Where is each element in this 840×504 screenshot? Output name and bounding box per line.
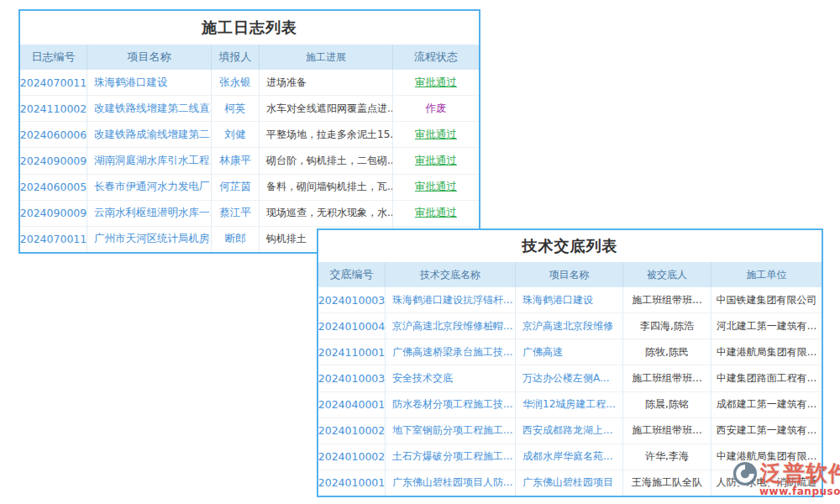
reporter-cell[interactable]: 蔡江平 xyxy=(212,201,260,226)
project-name-cell[interactable]: 华润12城房建工程... xyxy=(516,392,623,417)
project-name-cell[interactable]: 京沪高速北京段维修 xyxy=(516,313,623,339)
project-name-cell[interactable]: 珠海鹤港口建设 xyxy=(87,70,212,95)
column-header: 项目名称 xyxy=(87,45,212,70)
table-body: 2024070011珠海鹤港口建设张永银进场准备审批通过2024110002改建… xyxy=(20,70,479,252)
project-name-cell[interactable]: 万达办公楼左侧A... xyxy=(516,365,623,391)
table-row[interactable]: 2024090009云南水利枢纽潜明水库一...蔡江平现场巡查，无积水现象，水.… xyxy=(20,201,479,227)
table-header-row: 日志编号项目名称填报人施工进展流程状态 xyxy=(20,45,479,70)
project-name-cell[interactable]: 湖南洞庭湖水库引水工程... xyxy=(87,148,212,173)
column-header: 施工进展 xyxy=(260,45,393,70)
reporter-cell[interactable]: 张永银 xyxy=(212,70,260,95)
table-row[interactable]: 2024090009湖南洞庭湖水库引水工程...林康平砌台阶，钩机排土，二包砌.… xyxy=(20,148,479,174)
construction-unit-cell: 西安建工第一建筑有... xyxy=(711,418,822,444)
recipient-cell: 陈晨,陈铭 xyxy=(623,392,711,417)
table-row[interactable]: 2024010003安全技术交底万达办公楼左侧A...施工班组带班...中建集团… xyxy=(318,365,822,391)
progress-cell: 平整场地，拉走多余泥土15... xyxy=(260,122,393,147)
table-row[interactable]: 2024010004京沪高速北京段维修桩帽...京沪高速北京段维修李四海,陈浩河… xyxy=(318,313,822,339)
column-header: 被交底人 xyxy=(623,262,711,287)
log-id-cell[interactable]: 2024090009 xyxy=(20,148,87,173)
reporter-cell[interactable]: 林康平 xyxy=(212,148,260,173)
recipient-cell: 施工班组带班... xyxy=(623,418,711,444)
status-cell[interactable]: 作废 xyxy=(393,96,479,121)
recipient-cell: 李四海,陈浩 xyxy=(623,313,711,339)
disclosure-id-cell[interactable]: 2024010002 xyxy=(318,444,386,470)
tech-disclosure-table: 技术交底列表 交底编号技术交底名称项目名称被交底人施工单位 2024010003… xyxy=(317,228,823,497)
disclosure-name-cell[interactable]: 京沪高速北京段维修桩帽... xyxy=(386,313,516,339)
recipient-cell: 施工班组带班... xyxy=(623,365,711,391)
progress-cell: 现场巡查，无积水现象，水... xyxy=(260,201,393,226)
log-id-cell[interactable]: 2024110002 xyxy=(20,96,87,121)
disclosure-id-cell[interactable]: 2024010001 xyxy=(318,470,386,496)
column-header: 技术交底名称 xyxy=(386,262,516,287)
column-header: 项目名称 xyxy=(516,262,623,287)
disclosure-id-cell[interactable]: 2024010004 xyxy=(318,313,386,339)
status-cell[interactable]: 审批通过 xyxy=(393,148,479,173)
status-cell[interactable]: 审批通过 xyxy=(393,175,479,200)
log-id-cell[interactable]: 2024070011 xyxy=(20,227,87,252)
table-row[interactable]: 2024010003珠海鹤港口建设抗浮锚杆...珠海鹤港口建设施工班组带班...… xyxy=(318,287,822,313)
disclosure-name-cell[interactable]: 土石方爆破分项工程施工... xyxy=(386,444,516,470)
disclosure-id-cell[interactable]: 2024040001 xyxy=(318,392,386,417)
disclosure-id-cell[interactable]: 2024010003 xyxy=(318,287,386,312)
table-row[interactable]: 2024010002土石方爆破分项工程施工...成都水岸华庭名苑...许华,李海… xyxy=(318,444,822,470)
project-name-cell[interactable]: 改建铁路线增建第二线直... xyxy=(87,96,212,121)
recipient-cell: 施工班组带班... xyxy=(623,287,711,312)
table-row[interactable]: 2024010002地下室钢筋分项工程施工...西安成都路龙湖上...施工班组带… xyxy=(318,418,822,444)
disclosure-name-cell[interactable]: 广佛高速桥梁承台施工技... xyxy=(386,339,516,365)
column-header: 施工单位 xyxy=(711,262,822,287)
log-id-cell[interactable]: 2024060005 xyxy=(20,175,87,200)
table-title: 施工日志列表 xyxy=(20,11,479,45)
project-name-cell[interactable]: 广州市天河区统计局机房... xyxy=(87,227,212,252)
recipient-cell: 王海施工队全队 xyxy=(623,470,711,496)
table-title: 技术交底列表 xyxy=(318,230,822,262)
reporter-cell[interactable]: 柯英 xyxy=(212,96,260,121)
table-row[interactable]: 2024110002改建铁路线增建第二线直...柯英水车对全线遮阳网覆盖点进..… xyxy=(20,96,479,122)
reporter-cell[interactable]: 刘健 xyxy=(212,122,260,147)
project-name-cell[interactable]: 云南水利枢纽潜明水库一... xyxy=(87,201,212,226)
disclosure-id-cell[interactable]: 2024010002 xyxy=(318,418,386,444)
recipient-cell: 陈牧,陈民 xyxy=(623,339,711,365)
reporter-cell[interactable]: 何芷茵 xyxy=(212,175,260,200)
status-cell[interactable]: 审批通过 xyxy=(393,122,479,147)
table-body: 2024010003珠海鹤港口建设抗浮锚杆...珠海鹤港口建设施工班组带班...… xyxy=(318,287,822,496)
table-row[interactable]: 2024060006改建铁路成渝线增建第二...刘健平整场地，拉走多余泥土15.… xyxy=(20,122,479,148)
column-header: 填报人 xyxy=(212,45,260,70)
construction-unit-cell: 人防、水电、消防疏通 xyxy=(711,470,822,496)
table-row[interactable]: 2024070011珠海鹤港口建设张永银进场准备审批通过 xyxy=(20,70,479,96)
project-name-cell[interactable]: 西安成都路龙湖上... xyxy=(516,418,623,444)
status-cell[interactable]: 审批通过 xyxy=(393,201,479,226)
table-row[interactable]: 2024110001广佛高速桥梁承台施工技...广佛高速陈牧,陈民中建港航局集团… xyxy=(318,339,822,365)
table-row[interactable]: 2024010001广东佛山碧桂园项目人防...广东佛山碧桂园项目王海施工队全队… xyxy=(318,470,822,496)
construction-unit-cell: 中建集团路面工程有... xyxy=(711,365,822,391)
table-row[interactable]: 2024040001防水卷材分项工程施工技...华润12城房建工程...陈晨,陈… xyxy=(318,392,822,418)
disclosure-name-cell[interactable]: 安全技术交底 xyxy=(386,365,516,391)
status-cell[interactable]: 审批通过 xyxy=(393,70,479,95)
progress-cell: 砌台阶，钩机排土，二包砌... xyxy=(260,148,393,173)
project-name-cell[interactable]: 长春市伊通河水力发电厂... xyxy=(87,175,212,200)
disclosure-name-cell[interactable]: 地下室钢筋分项工程施工... xyxy=(386,418,516,444)
construction-unit-cell: 中建港航局集团有限... xyxy=(711,339,822,365)
column-header: 日志编号 xyxy=(20,45,87,70)
disclosure-name-cell[interactable]: 珠海鹤港口建设抗浮锚杆... xyxy=(386,287,516,312)
recipient-cell: 许华,李海 xyxy=(623,444,711,470)
disclosure-id-cell[interactable]: 2024110001 xyxy=(318,339,386,365)
project-name-cell[interactable]: 改建铁路成渝线增建第二... xyxy=(87,122,212,147)
progress-cell: 进场准备 xyxy=(260,70,393,95)
disclosure-name-cell[interactable]: 广东佛山碧桂园项目人防... xyxy=(386,470,516,496)
table-row[interactable]: 2024060005长春市伊通河水力发电厂...何芷茵备料，砌间墙钩机排土，瓦.… xyxy=(20,175,479,201)
project-name-cell[interactable]: 珠海鹤港口建设 xyxy=(516,287,623,312)
project-name-cell[interactable]: 广佛高速 xyxy=(516,339,623,365)
column-header: 流程状态 xyxy=(393,45,479,70)
log-id-cell[interactable]: 2024060006 xyxy=(20,122,87,147)
project-name-cell[interactable]: 成都水岸华庭名苑... xyxy=(516,444,623,470)
progress-cell: 水车对全线遮阳网覆盖点进... xyxy=(260,96,393,121)
construction-log-table: 施工日志列表 日志编号项目名称填报人施工进展流程状态 2024070011珠海鹤… xyxy=(18,9,480,254)
construction-unit-cell: 成都建工第一建筑有... xyxy=(711,392,822,417)
progress-cell: 备料，砌间墙钩机排土，瓦... xyxy=(260,175,393,200)
disclosure-name-cell[interactable]: 防水卷材分项工程施工技... xyxy=(386,392,516,417)
project-name-cell[interactable]: 广东佛山碧桂园项目 xyxy=(516,470,623,496)
log-id-cell[interactable]: 2024070011 xyxy=(20,70,87,95)
disclosure-id-cell[interactable]: 2024010003 xyxy=(318,365,386,391)
log-id-cell[interactable]: 2024090009 xyxy=(20,201,87,226)
reporter-cell[interactable]: 断郎 xyxy=(212,227,260,252)
